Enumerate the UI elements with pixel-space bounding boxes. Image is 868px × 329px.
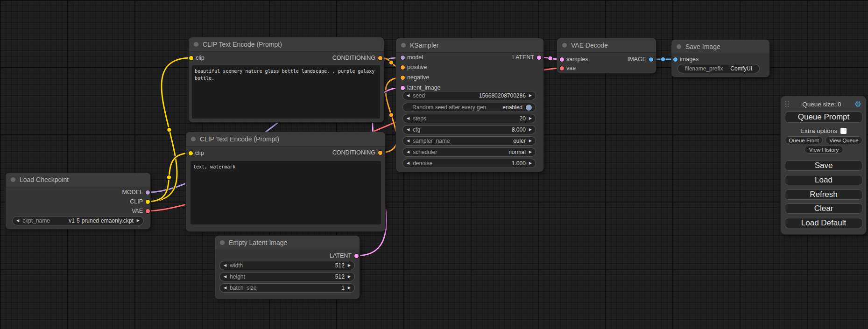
node-titlebar-clip-text-encode-positive[interactable]: CLIP Text Encode (Prompt) [189,37,384,52]
drag-handle-icon[interactable] [785,101,789,107]
node-clip-text-encode-negative[interactable]: CLIP Text Encode (Prompt)clipCONDITIONIN… [186,132,385,231]
widget-decrement-arrow[interactable]: ◀ [407,161,409,165]
widget-decrement-arrow[interactable]: ◀ [224,264,226,267]
node-titlebar-save-image[interactable]: Save Image [671,40,769,54]
node-titlebar-vae-decode[interactable]: VAE Decode [557,38,656,53]
output-slot-MODEL-label: MODEL [122,189,143,196]
widget-increment-arrow[interactable]: ▶ [529,128,532,132]
input-slot-samples-dot[interactable] [560,57,564,62]
widget-value: 20 [519,115,525,122]
refresh-button[interactable]: Refresh [785,189,862,200]
widget-value: 8.000 [512,126,526,133]
node-titlebar-clip-text-encode-negative[interactable]: CLIP Text Encode (Prompt) [186,132,385,147]
widget-control_mode[interactable]: Random seed after every genenabled [402,103,536,112]
widget-scheduler[interactable]: ◀schedulernormal▶ [402,147,536,157]
widget-decrement-arrow[interactable]: ◀ [407,139,409,143]
input-slot-negative-dot[interactable] [401,76,405,80]
prompt-textarea[interactable]: beautiful scenery nature glass bottle la… [192,65,380,119]
comfyui-canvas[interactable]: { "app_title": "ComfyUI workflow graph",… [0,0,868,329]
queue-size-label: Queue size: 0 [789,101,854,108]
prompt-textarea[interactable]: text, watermark [191,161,381,224]
output-slot-LATENT-dot[interactable] [354,254,359,258]
collapse-dot-icon[interactable] [194,42,198,47]
load-button[interactable]: Load [785,175,862,185]
queue-prompt-button[interactable]: Queue Prompt [785,112,862,123]
widget-increment-arrow[interactable]: ▶ [529,94,532,98]
input-slot-clip-label: clip [195,149,204,157]
queue-front-button[interactable]: Queue Front [785,136,823,144]
widget-increment-arrow[interactable]: ▶ [348,264,351,267]
input-slot-images-dot[interactable] [673,57,677,62]
widget-decrement-arrow[interactable]: ◀ [407,128,409,132]
output-slot-CONDITIONING-dot[interactable] [378,151,382,155]
widget-increment-arrow[interactable]: ▶ [137,219,140,223]
output-slot-CONDITIONING-dot[interactable] [378,56,382,60]
widget-increment-arrow[interactable]: ▶ [529,150,532,154]
widget-width[interactable]: ◀width512▶ [219,261,355,270]
clear-button[interactable]: Clear [785,203,862,214]
widget-cfg[interactable]: ◀cfg8.000▶ [402,125,536,134]
extra-options-label: Extra options [800,127,837,134]
widget-denoise[interactable]: ◀denoise1.000▶ [402,159,536,168]
input-slot-clip-dot[interactable] [189,56,193,60]
output-slot-IMAGE-dot[interactable] [649,57,653,62]
load-default-button[interactable]: Load Default [785,218,862,228]
widget-decrement-arrow[interactable]: ◀ [407,94,409,98]
input-slot-positive-dot[interactable] [401,65,405,70]
collapse-dot-icon[interactable] [11,177,15,182]
widget-decrement-arrow[interactable]: ◀ [407,117,409,120]
widget-label: ckpt_name [22,217,50,224]
node-titlebar-load-checkpoint[interactable]: Load Checkpoint [6,173,150,187]
node-empty-latent-image[interactable]: Empty Latent ImageLATENT◀width512▶◀heigh… [215,236,360,299]
toggle-enabled-icon[interactable] [526,105,532,111]
widget-steps[interactable]: ◀steps20▶ [402,114,536,123]
node-ksampler[interactable]: KSamplermodelpositivenegativelatent_imag… [396,38,543,172]
widget-increment-arrow[interactable]: ▶ [529,117,532,120]
link-midpoint-dot [167,127,172,132]
node-save-image[interactable]: Save Imageimagesfilename_prefixComfyUI [671,40,769,77]
gear-icon[interactable]: ⚙ [854,100,861,108]
widget-decrement-arrow[interactable]: ◀ [16,219,19,223]
input-slot-latent_image-dot[interactable] [401,86,405,90]
output-slot-LATENT-dot[interactable] [537,56,541,60]
widget-batch_size[interactable]: ◀batch_size1▶ [219,283,355,293]
collapse-dot-icon[interactable] [401,43,406,48]
widget-label: filename_prefix [685,65,723,72]
widget-height[interactable]: ◀height512▶ [219,272,355,281]
widget-ckpt_name[interactable]: ◀ckpt_namev1-5-pruned-emaonly.ckpt▶ [12,216,144,225]
widget-increment-arrow[interactable]: ▶ [529,161,532,165]
collapse-dot-icon[interactable] [220,240,225,245]
input-slot-clip-dot[interactable] [189,151,193,155]
view-queue-button[interactable]: View Queue [826,136,862,144]
node-vae-decode[interactable]: VAE DecodesamplesvaeIMAGE [557,38,656,73]
input-slot-samples-label: samples [566,56,588,63]
widget-decrement-arrow[interactable]: ◀ [224,275,226,279]
extra-options-checkbox[interactable] [840,128,847,134]
widget-seed[interactable]: ◀seed156680208700286▶ [402,91,536,100]
output-slot-MODEL-dot[interactable] [146,190,150,195]
node-title: CLIP Text Encode (Prompt) [200,135,279,143]
widget-value: ComfyUI [730,65,752,72]
input-slot-model-dot[interactable] [401,56,405,60]
widget-increment-arrow[interactable]: ▶ [529,139,532,143]
widget-increment-arrow[interactable]: ▶ [348,275,351,279]
output-slot-CLIP-dot[interactable] [146,200,150,204]
widget-label: seed [413,92,425,99]
collapse-dot-icon[interactable] [677,44,681,49]
widget-sampler_name[interactable]: ◀sampler_nameeuler▶ [402,136,536,146]
node-load-checkpoint[interactable]: Load CheckpointMODELCLIPVAE◀ckpt_namev1-… [6,173,150,229]
view-history-button[interactable]: View History [804,146,843,154]
input-slot-vae-dot[interactable] [560,66,564,70]
collapse-dot-icon[interactable] [191,137,196,141]
save-button[interactable]: Save [785,161,862,171]
widget-decrement-arrow[interactable]: ◀ [224,286,226,290]
widget-increment-arrow[interactable]: ▶ [348,286,351,290]
node-clip-text-encode-positive[interactable]: CLIP Text Encode (Prompt)clipCONDITIONIN… [189,37,384,122]
node-titlebar-ksampler[interactable]: KSampler [396,38,543,53]
output-slot-VAE-label: VAE [132,207,143,215]
output-slot-VAE-dot[interactable] [146,209,150,213]
widget-filename_prefix[interactable]: filename_prefixComfyUI [677,64,760,73]
collapse-dot-icon[interactable] [562,43,567,48]
widget-decrement-arrow[interactable]: ◀ [407,150,409,154]
node-titlebar-empty-latent-image[interactable]: Empty Latent Image [215,236,360,250]
